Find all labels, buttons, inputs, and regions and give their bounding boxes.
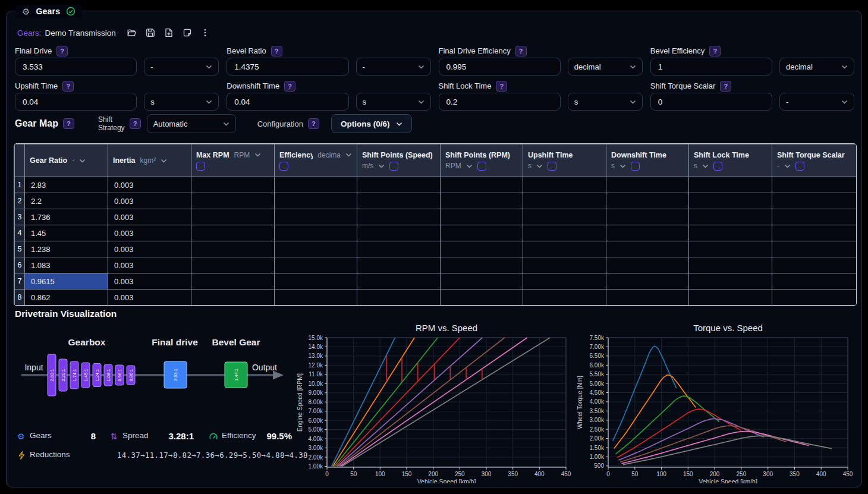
cell-efficiency[interactable] (275, 209, 357, 225)
cell-shift-torque-scalar[interactable] (772, 273, 857, 290)
downshift-time-input[interactable]: 0.04 (227, 93, 348, 111)
cell-efficiency[interactable] (275, 177, 357, 193)
column-checkbox[interactable] (631, 162, 640, 171)
final-drive-efficiency-input[interactable]: 0.995 (439, 58, 561, 75)
cell-efficiency[interactable] (275, 241, 357, 257)
column-header-gear-ratio[interactable]: Gear Ratio- (25, 144, 108, 177)
column-header-downshift-time[interactable]: Downshift Times (606, 144, 689, 177)
cell-inertia[interactable]: 0.003 (108, 290, 191, 306)
cell-shift-lock-time[interactable] (689, 290, 772, 306)
column-header-shift-points-rpm[interactable]: Shift Points (RPM)RPM (441, 144, 523, 177)
help-icon[interactable]: ? (709, 46, 721, 56)
cell-shift-points-speed[interactable] (357, 225, 441, 241)
final-drive-input[interactable]: 3.533 (15, 58, 137, 75)
cell-downshift-time[interactable] (606, 225, 689, 241)
downshift-time-unit-select[interactable]: s (356, 93, 431, 111)
column-checkbox[interactable] (548, 162, 556, 171)
cell-shift-points-rpm[interactable] (441, 225, 523, 241)
final-drive-efficiency-unit-select[interactable]: decimal (568, 58, 643, 75)
cell-downshift-time[interactable] (606, 273, 689, 290)
column-checkbox[interactable] (713, 162, 722, 171)
cell-upshift-time[interactable] (523, 177, 606, 193)
cell-shift-points-speed[interactable] (357, 209, 441, 225)
column-header-max-rpm[interactable]: Max RPMRPM (191, 144, 275, 177)
column-checkbox[interactable] (795, 162, 804, 171)
cell-downshift-time[interactable] (606, 290, 689, 306)
help-icon[interactable]: ? (130, 118, 141, 129)
cell-gear-ratio[interactable]: 1.45 (25, 225, 108, 241)
more-menu-icon[interactable] (201, 28, 209, 37)
cell-max-rpm[interactable] (191, 225, 275, 241)
cell-shift-points-rpm[interactable] (441, 209, 523, 225)
cell-shift-torque-scalar[interactable] (772, 257, 857, 273)
cell-gear-ratio[interactable]: 0.862 (25, 290, 108, 306)
cell-upshift-time[interactable] (523, 193, 606, 209)
cell-shift-torque-scalar[interactable] (772, 177, 857, 193)
shift-lock-time-input[interactable]: 0.2 (439, 93, 561, 111)
cell-shift-lock-time[interactable] (689, 225, 772, 241)
cell-efficiency[interactable] (275, 257, 357, 273)
help-icon[interactable]: ? (720, 81, 731, 92)
cell-shift-lock-time[interactable] (689, 273, 772, 290)
cell-upshift-time[interactable] (523, 257, 606, 273)
cell-max-rpm[interactable] (191, 209, 275, 225)
cell-upshift-time[interactable] (523, 209, 606, 225)
cell-shift-torque-scalar[interactable] (772, 290, 857, 306)
cell-inertia[interactable]: 0.003 (108, 273, 191, 290)
cell-gear-ratio[interactable]: 1.083 (25, 257, 108, 273)
cell-shift-lock-time[interactable] (689, 241, 772, 257)
cell-max-rpm[interactable] (191, 290, 275, 306)
column-header-efficiency[interactable]: Efficiencydecima (275, 144, 357, 177)
notes-icon[interactable] (183, 28, 192, 37)
cell-shift-points-speed[interactable] (357, 273, 441, 290)
cell-max-rpm[interactable] (191, 193, 275, 209)
cell-shift-torque-scalar[interactable] (772, 209, 857, 225)
cell-downshift-time[interactable] (606, 193, 689, 209)
cell-max-rpm[interactable] (191, 273, 275, 290)
cell-shift-points-speed[interactable] (357, 257, 441, 273)
column-header-shift-torque-scalar[interactable]: Shift Torque Scalar- (772, 144, 857, 177)
help-icon[interactable]: ? (496, 81, 507, 92)
cell-shift-points-rpm[interactable] (441, 273, 523, 290)
cell-shift-points-rpm[interactable] (441, 241, 523, 257)
row-number[interactable]: 7 (15, 273, 25, 290)
shift-lock-time-unit-select[interactable]: s (568, 93, 643, 111)
cell-shift-points-speed[interactable] (357, 177, 441, 193)
cell-gear-ratio[interactable]: 1.736 (25, 209, 108, 225)
cell-inertia[interactable]: 0.003 (108, 209, 191, 225)
cell-gear-ratio[interactable]: 0.9615 (25, 273, 108, 290)
open-file-icon[interactable] (127, 28, 137, 37)
help-icon[interactable]: ? (63, 118, 74, 129)
cell-shift-torque-scalar[interactable] (772, 241, 857, 257)
options-button[interactable]: Options (0/6) (331, 114, 413, 133)
column-checkbox[interactable] (477, 162, 486, 171)
cell-shift-points-rpm[interactable] (441, 193, 523, 209)
row-number[interactable]: 1 (15, 177, 25, 193)
cell-max-rpm[interactable] (191, 241, 275, 257)
cell-efficiency[interactable] (275, 193, 357, 209)
row-number[interactable]: 5 (15, 241, 25, 257)
help-icon[interactable]: ? (515, 46, 527, 56)
cell-inertia[interactable]: 0.003 (108, 257, 191, 273)
column-checkbox[interactable] (389, 162, 398, 171)
row-number[interactable]: 6 (15, 257, 25, 273)
cell-inertia[interactable]: 0.003 (108, 225, 191, 241)
cell-gear-ratio[interactable]: 2.83 (25, 177, 108, 193)
cell-shift-points-speed[interactable] (357, 241, 441, 257)
cell-upshift-time[interactable] (523, 225, 606, 241)
cell-efficiency[interactable] (275, 225, 357, 241)
cell-efficiency[interactable] (275, 273, 357, 290)
cell-inertia[interactable]: 0.003 (108, 177, 191, 193)
cell-shift-lock-time[interactable] (689, 209, 772, 225)
help-icon[interactable]: ? (284, 81, 295, 92)
help-icon[interactable]: ? (62, 81, 74, 92)
cell-inertia[interactable]: 0.003 (108, 241, 191, 257)
help-icon[interactable]: ? (308, 118, 319, 129)
row-number[interactable]: 3 (15, 209, 25, 225)
cell-downshift-time[interactable] (606, 257, 689, 273)
cell-downshift-time[interactable] (606, 177, 689, 193)
save-icon[interactable] (146, 28, 155, 37)
row-number[interactable]: 2 (15, 193, 25, 209)
cell-shift-points-speed[interactable] (357, 193, 441, 209)
help-icon[interactable]: ? (271, 46, 282, 56)
